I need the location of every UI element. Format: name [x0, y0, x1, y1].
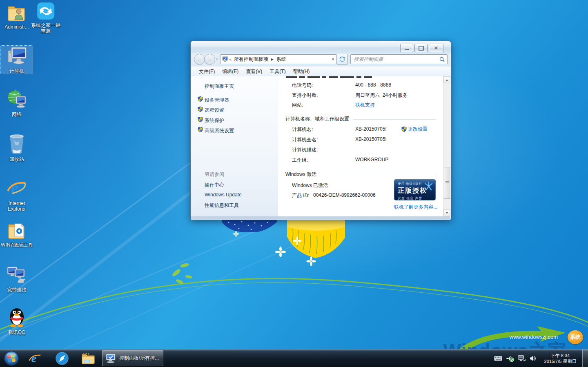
svg-text:e: e — [31, 352, 36, 365]
start-button[interactable] — [2, 350, 20, 367]
address-bar[interactable]: « 所有控制面板项 ▶ 系统 ▼ — [220, 54, 337, 64]
desktop-icon-qq[interactable]: 腾讯QQ — [1, 306, 33, 335]
address-dropdown-icon[interactable]: ▼ — [332, 58, 335, 61]
scroll-down-button[interactable]: ▼ — [443, 209, 450, 216]
recent-pages-icon[interactable]: ▾ — [216, 57, 218, 61]
desktop-icon-label: 腾讯QQ — [1, 329, 33, 335]
menu-edit[interactable]: 编辑(E) — [218, 68, 242, 75]
desktop-icon-label: 网络 — [1, 111, 33, 117]
taskbar-clock[interactable]: 下午 8:34 2015/7/5 星期日 — [541, 353, 580, 364]
back-button[interactable]: ← — [194, 54, 205, 65]
genuine-software-badge[interactable]: 使用 微软®软件 正版授权 安全 稳定 声誉 — [394, 179, 436, 200]
breadcrumb-separator-icon: ▶ — [271, 58, 274, 61]
computer-icon — [6, 46, 28, 66]
forward-button[interactable]: → — [204, 54, 215, 65]
safely-remove-hardware-icon[interactable] — [506, 355, 514, 362]
minimize-button[interactable] — [400, 44, 413, 52]
desktop-icon-administrator[interactable]: Administr... — [1, 2, 33, 30]
desktop-icon-internet-explorer[interactable]: e Internet Explorer — [1, 177, 33, 212]
computer-fullname-value: XB-20150705I — [355, 136, 387, 142]
breadcrumb-all-items[interactable]: 所有控制面板项 — [234, 56, 268, 63]
desktop-icon-computer[interactable]: 计算机 — [1, 46, 33, 74]
svg-text:e: e — [11, 178, 19, 197]
change-settings-link[interactable]: 更改设置 — [408, 126, 428, 133]
badge-line3: 安全 稳定 声誉 — [398, 196, 432, 200]
clock-date: 2015/7/5 星期日 — [541, 358, 580, 364]
search-box[interactable] — [350, 54, 448, 64]
desktop-icon-win7-activator[interactable]: WIN7激活工具 — [1, 220, 33, 248]
watermark-bubble: 系统 — [568, 330, 583, 344]
refresh-button[interactable] — [337, 54, 348, 65]
menu-view[interactable]: 查看(V) — [242, 68, 266, 75]
online-support-link[interactable]: 联机支持 — [355, 102, 375, 109]
folder-icon — [81, 352, 96, 365]
uac-shield-icon — [198, 96, 203, 102]
desktop-icon-label: 宽带连接 — [1, 287, 33, 293]
phone-label: 电话号码: — [292, 82, 313, 89]
sidebar-advanced-settings[interactable]: 高级系统设置 — [205, 127, 234, 134]
desktop-icon-network[interactable]: 网络 — [1, 89, 33, 117]
compass-browser-icon — [55, 351, 69, 365]
sidebar-see-also-header: 另请参阅 — [205, 171, 224, 178]
desktop[interactable]: www.windowszj.com Windows之家 系统 Administr… — [0, 0, 588, 367]
ie-icon: e — [6, 177, 27, 198]
sidebar-performance-tools[interactable]: 性能信息和工具 — [205, 202, 239, 209]
website-row: 网站: 联机支持 — [292, 102, 435, 109]
menu-tools[interactable]: 工具(T) — [266, 68, 289, 75]
input-method-keyboard-icon[interactable] — [494, 356, 502, 361]
back-icon: ← — [197, 56, 203, 62]
recycle-bin-icon — [7, 133, 27, 154]
sidebar-device-manager[interactable]: 设备管理器 — [205, 97, 229, 104]
desktop-icon-recycle-bin[interactable]: 回收站 — [1, 133, 33, 162]
search-icon — [439, 57, 445, 62]
windows-activation-title: Windows 激活 — [285, 171, 316, 178]
sidebar-action-center[interactable]: 操作中心 — [205, 182, 224, 189]
refresh-icon — [339, 56, 345, 62]
support-hours-value: 周日至周六 24小时服务 — [355, 92, 408, 99]
learn-more-online-link[interactable]: 联机了解更多内容... — [394, 204, 437, 211]
qq-penguin-icon — [7, 306, 27, 327]
workgroup-label: 工作组: — [292, 157, 308, 164]
desktop-icon-label: Administr... — [1, 24, 33, 30]
menu-file[interactable]: 文件(F) — [195, 68, 218, 75]
network-status-icon[interactable] — [518, 355, 526, 362]
close-icon: ✕ — [434, 46, 438, 51]
sidebar-windows-update[interactable]: Windows Update — [205, 192, 242, 198]
system-main-pane: 电话号码: 400 - 888 - 8888 支持小时数: 周日至周六 24小时… — [278, 76, 443, 216]
desktop-icon-label: WIN7激活工具 — [1, 242, 33, 248]
maximize-button[interactable] — [414, 44, 428, 52]
activation-status: Windows 已激活 — [292, 182, 328, 189]
computer-fullname-row: 计算机全名: XB-20150705I — [292, 136, 435, 144]
sidebar-control-panel-home[interactable]: 控制面板主页 — [205, 83, 234, 90]
menu-help[interactable]: 帮助(H) — [290, 68, 314, 75]
computer-description-row: 计算机描述: — [292, 147, 435, 154]
desktop-icon-xitongzhijia[interactable]: 系统之家一键重装 — [31, 2, 60, 34]
desktop-icon-label: Internet Explorer — [1, 200, 33, 212]
phone-row: 电话号码: 400 - 888 - 8888 — [292, 82, 435, 89]
computer-name-section-title: 计算机名称、域和工作组设置 — [285, 116, 349, 122]
network-globe-icon — [6, 89, 27, 109]
sidebar-remote-settings[interactable]: 远程设置 — [205, 107, 224, 114]
minimize-icon — [405, 49, 409, 50]
volume-icon[interactable] — [530, 355, 537, 362]
uac-shield-icon — [198, 117, 203, 122]
watermark-bubble-label: 系统 — [570, 334, 581, 341]
taskbar-explorer-button[interactable] — [79, 350, 97, 367]
forward-icon: → — [207, 56, 213, 62]
ie-icon: e — [28, 351, 42, 365]
search-input[interactable] — [353, 56, 439, 62]
taskbar-control-panel-task[interactable]: 控制面板\所有控... — [102, 350, 163, 366]
show-desktop-button[interactable] — [582, 349, 588, 367]
scrollbar[interactable]: ▲ ▼ — [443, 76, 450, 216]
breadcrumb-system[interactable]: 系统 — [276, 56, 286, 63]
sidebar-system-protection[interactable]: 系统保护 — [205, 117, 224, 124]
scrollbar-thumb[interactable] — [444, 167, 450, 199]
taskbar-browser-button[interactable] — [53, 350, 71, 367]
scroll-up-button[interactable]: ▲ — [443, 76, 450, 83]
close-button[interactable]: ✕ — [429, 44, 443, 52]
computer-name-section-header: 计算机名称、域和工作组设置 — [285, 116, 437, 122]
desktop-icon-broadband[interactable]: 宽带连接 — [1, 265, 33, 293]
taskbar-ie-button[interactable]: e — [26, 350, 44, 367]
breadcrumb-overflow-icon[interactable]: « — [229, 57, 232, 62]
support-hours-label: 支持小时数: — [292, 92, 318, 99]
